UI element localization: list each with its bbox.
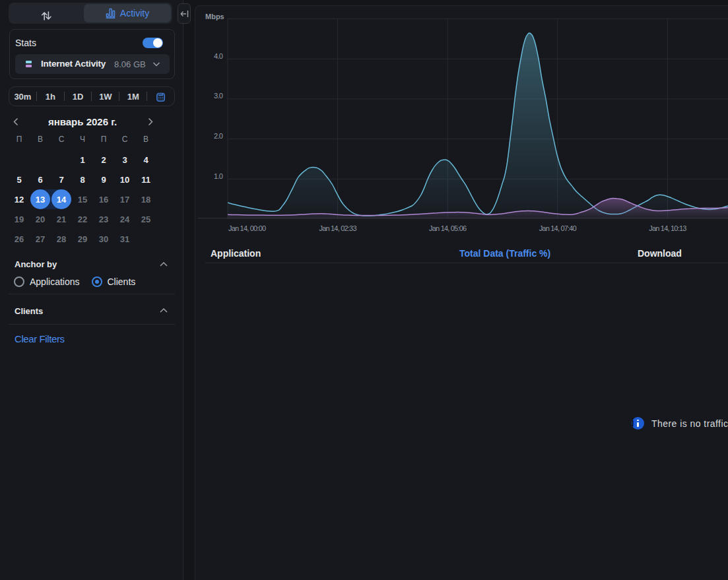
svg-text:1.0: 1.0 <box>214 172 223 180</box>
svg-text:Jan 14, 10:13: Jan 14, 10:13 <box>649 224 686 232</box>
svg-text:Jan 14, 02:33: Jan 14, 02:33 <box>319 224 356 232</box>
svg-text:Jan 14, 00:00: Jan 14, 00:00 <box>228 224 266 232</box>
svg-text:Jan 14, 07:40: Jan 14, 07:40 <box>539 224 577 232</box>
svg-text:2.0: 2.0 <box>214 132 223 140</box>
svg-text:3.0: 3.0 <box>214 92 223 100</box>
svg-text:Jan 14, 05:06: Jan 14, 05:06 <box>429 224 467 232</box>
svg-text:Mbps: Mbps <box>205 13 224 20</box>
svg-text:4.0: 4.0 <box>214 52 223 60</box>
